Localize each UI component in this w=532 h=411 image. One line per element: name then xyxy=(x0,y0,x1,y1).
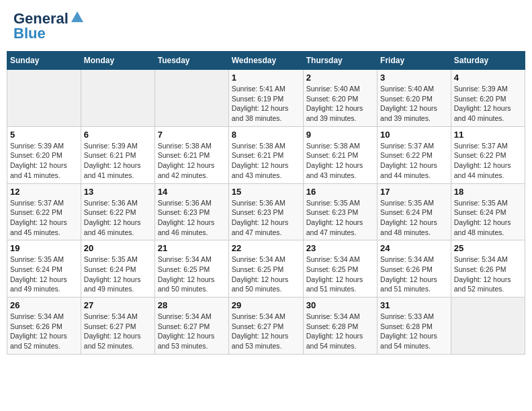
calendar-cell: 17Sunrise: 5:35 AM Sunset: 6:24 PM Dayli… xyxy=(378,183,451,240)
day-number: 12 xyxy=(10,187,78,197)
calendar-week-4: 19Sunrise: 5:35 AM Sunset: 6:24 PM Dayli… xyxy=(7,240,525,298)
day-number: 27 xyxy=(84,300,152,310)
day-info: Sunrise: 5:35 AM Sunset: 6:24 PM Dayligh… xyxy=(380,198,448,238)
calendar-cell: 5Sunrise: 5:39 AM Sunset: 6:20 PM Daylig… xyxy=(7,126,81,183)
day-info: Sunrise: 5:34 AM Sunset: 6:27 PM Dayligh… xyxy=(158,312,226,351)
calendar-cell: 14Sunrise: 5:36 AM Sunset: 6:23 PM Dayli… xyxy=(154,183,228,240)
day-number: 26 xyxy=(10,300,78,310)
calendar-cell: 27Sunrise: 5:34 AM Sunset: 6:27 PM Dayli… xyxy=(81,298,154,355)
calendar-week-3: 12Sunrise: 5:37 AM Sunset: 6:22 PM Dayli… xyxy=(7,183,525,240)
logo: General Blue xyxy=(13,10,85,42)
day-info: Sunrise: 5:35 AM Sunset: 6:24 PM Dayligh… xyxy=(84,255,152,294)
column-header-friday: Friday xyxy=(378,52,451,70)
day-number: 13 xyxy=(84,187,152,197)
day-info: Sunrise: 5:36 AM Sunset: 6:22 PM Dayligh… xyxy=(84,198,152,238)
calendar-cell: 30Sunrise: 5:34 AM Sunset: 6:28 PM Dayli… xyxy=(303,298,377,355)
calendar-cell: 2Sunrise: 5:40 AM Sunset: 6:20 PM Daylig… xyxy=(303,70,377,127)
column-header-wednesday: Wednesday xyxy=(228,52,303,70)
page-header: General Blue xyxy=(7,7,525,46)
calendar-table: SundayMondayTuesdayWednesdayThursdayFrid… xyxy=(7,51,525,355)
day-info: Sunrise: 5:39 AM Sunset: 6:20 PM Dayligh… xyxy=(10,141,78,181)
day-number: 5 xyxy=(10,130,78,140)
day-info: Sunrise: 5:35 AM Sunset: 6:24 PM Dayligh… xyxy=(454,198,522,238)
day-info: Sunrise: 5:33 AM Sunset: 6:28 PM Dayligh… xyxy=(380,312,448,351)
calendar-cell: 18Sunrise: 5:35 AM Sunset: 6:24 PM Dayli… xyxy=(451,183,525,240)
day-info: Sunrise: 5:34 AM Sunset: 6:26 PM Dayligh… xyxy=(380,255,448,294)
day-number: 17 xyxy=(380,187,448,197)
day-info: Sunrise: 5:34 AM Sunset: 6:25 PM Dayligh… xyxy=(158,255,226,294)
day-number: 14 xyxy=(158,187,226,197)
day-info: Sunrise: 5:34 AM Sunset: 6:28 PM Dayligh… xyxy=(306,312,374,351)
calendar-header-row: SundayMondayTuesdayWednesdayThursdayFrid… xyxy=(7,52,525,70)
day-info: Sunrise: 5:40 AM Sunset: 6:20 PM Dayligh… xyxy=(306,84,374,124)
logo-blue: Blue xyxy=(13,25,46,42)
day-number: 18 xyxy=(454,187,522,197)
calendar-cell: 16Sunrise: 5:35 AM Sunset: 6:23 PM Dayli… xyxy=(303,183,377,240)
day-number: 29 xyxy=(232,300,300,310)
day-number: 8 xyxy=(232,130,300,140)
calendar-cell: 25Sunrise: 5:34 AM Sunset: 6:26 PM Dayli… xyxy=(451,240,525,298)
day-number: 19 xyxy=(10,243,78,253)
calendar-cell: 9Sunrise: 5:38 AM Sunset: 6:21 PM Daylig… xyxy=(303,126,377,183)
day-number: 4 xyxy=(454,73,522,83)
day-number: 24 xyxy=(380,243,448,253)
calendar-cell: 19Sunrise: 5:35 AM Sunset: 6:24 PM Dayli… xyxy=(7,240,81,298)
calendar-cell xyxy=(7,70,81,127)
day-info: Sunrise: 5:34 AM Sunset: 6:25 PM Dayligh… xyxy=(232,255,300,294)
calendar-cell: 24Sunrise: 5:34 AM Sunset: 6:26 PM Dayli… xyxy=(378,240,451,298)
calendar-cell: 3Sunrise: 5:40 AM Sunset: 6:20 PM Daylig… xyxy=(378,70,451,127)
day-number: 6 xyxy=(84,130,152,140)
day-info: Sunrise: 5:36 AM Sunset: 6:23 PM Dayligh… xyxy=(158,198,226,238)
day-info: Sunrise: 5:34 AM Sunset: 6:27 PM Dayligh… xyxy=(232,312,300,351)
day-number: 1 xyxy=(232,73,300,83)
day-info: Sunrise: 5:40 AM Sunset: 6:20 PM Dayligh… xyxy=(380,84,448,124)
day-number: 21 xyxy=(158,243,226,253)
day-info: Sunrise: 5:34 AM Sunset: 6:25 PM Dayligh… xyxy=(306,255,374,294)
calendar-cell xyxy=(451,298,525,355)
day-number: 9 xyxy=(306,130,374,140)
day-info: Sunrise: 5:37 AM Sunset: 6:22 PM Dayligh… xyxy=(10,198,78,238)
calendar-cell: 29Sunrise: 5:34 AM Sunset: 6:27 PM Dayli… xyxy=(228,298,303,355)
day-info: Sunrise: 5:34 AM Sunset: 6:26 PM Dayligh… xyxy=(454,255,522,294)
calendar-cell: 31Sunrise: 5:33 AM Sunset: 6:28 PM Dayli… xyxy=(378,298,451,355)
day-info: Sunrise: 5:38 AM Sunset: 6:21 PM Dayligh… xyxy=(306,141,374,181)
column-header-monday: Monday xyxy=(81,52,154,70)
day-info: Sunrise: 5:34 AM Sunset: 6:27 PM Dayligh… xyxy=(84,312,152,351)
day-number: 2 xyxy=(306,73,374,83)
day-info: Sunrise: 5:41 AM Sunset: 6:19 PM Dayligh… xyxy=(232,84,300,124)
day-info: Sunrise: 5:38 AM Sunset: 6:21 PM Dayligh… xyxy=(158,141,226,181)
calendar-cell: 7Sunrise: 5:38 AM Sunset: 6:21 PM Daylig… xyxy=(154,126,228,183)
calendar-cell xyxy=(81,70,154,127)
day-info: Sunrise: 5:39 AM Sunset: 6:20 PM Dayligh… xyxy=(454,84,522,124)
day-info: Sunrise: 5:35 AM Sunset: 6:24 PM Dayligh… xyxy=(10,255,78,294)
column-header-thursday: Thursday xyxy=(303,52,377,70)
day-number: 10 xyxy=(380,130,448,140)
day-number: 11 xyxy=(454,130,522,140)
calendar-cell: 22Sunrise: 5:34 AM Sunset: 6:25 PM Dayli… xyxy=(228,240,303,298)
day-number: 16 xyxy=(306,187,374,197)
calendar-week-1: 1Sunrise: 5:41 AM Sunset: 6:19 PM Daylig… xyxy=(7,70,525,127)
logo-icon xyxy=(70,10,85,25)
calendar-cell: 10Sunrise: 5:37 AM Sunset: 6:22 PM Dayli… xyxy=(378,126,451,183)
day-info: Sunrise: 5:34 AM Sunset: 6:26 PM Dayligh… xyxy=(10,312,78,351)
calendar-cell: 1Sunrise: 5:41 AM Sunset: 6:19 PM Daylig… xyxy=(228,70,303,127)
calendar-cell: 11Sunrise: 5:37 AM Sunset: 6:22 PM Dayli… xyxy=(451,126,525,183)
calendar-cell: 8Sunrise: 5:38 AM Sunset: 6:21 PM Daylig… xyxy=(228,126,303,183)
day-number: 22 xyxy=(232,243,300,253)
day-info: Sunrise: 5:37 AM Sunset: 6:22 PM Dayligh… xyxy=(454,141,522,181)
calendar-cell: 21Sunrise: 5:34 AM Sunset: 6:25 PM Dayli… xyxy=(154,240,228,298)
day-info: Sunrise: 5:38 AM Sunset: 6:21 PM Dayligh… xyxy=(232,141,300,181)
calendar-cell: 28Sunrise: 5:34 AM Sunset: 6:27 PM Dayli… xyxy=(154,298,228,355)
column-header-sunday: Sunday xyxy=(7,52,81,70)
calendar-cell: 26Sunrise: 5:34 AM Sunset: 6:26 PM Dayli… xyxy=(7,298,81,355)
day-number: 3 xyxy=(380,73,448,83)
day-number: 30 xyxy=(306,300,374,310)
calendar-cell xyxy=(154,70,228,127)
calendar-week-5: 26Sunrise: 5:34 AM Sunset: 6:26 PM Dayli… xyxy=(7,298,525,355)
calendar-cell: 13Sunrise: 5:36 AM Sunset: 6:22 PM Dayli… xyxy=(81,183,154,240)
calendar-cell: 15Sunrise: 5:36 AM Sunset: 6:23 PM Dayli… xyxy=(228,183,303,240)
day-number: 25 xyxy=(454,243,522,253)
day-info: Sunrise: 5:36 AM Sunset: 6:23 PM Dayligh… xyxy=(232,198,300,238)
day-info: Sunrise: 5:39 AM Sunset: 6:21 PM Dayligh… xyxy=(84,141,152,181)
day-number: 15 xyxy=(232,187,300,197)
